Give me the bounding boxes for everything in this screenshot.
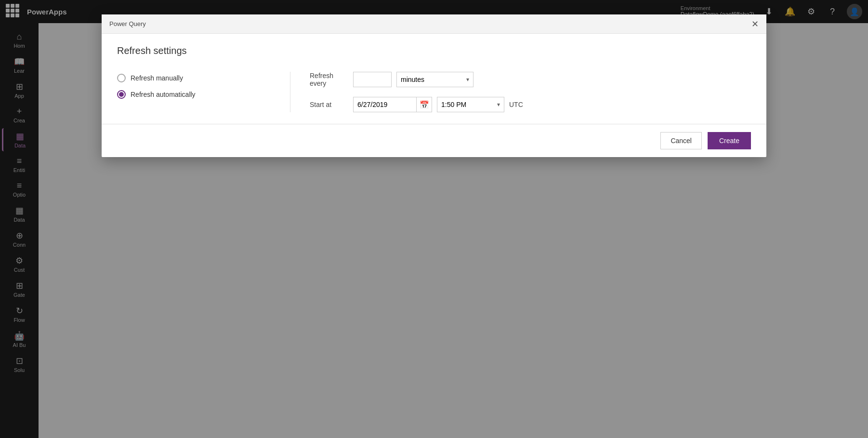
minutes-value: minutes xyxy=(401,76,424,83)
minutes-dropdown[interactable]: minutes ▾ xyxy=(396,72,473,87)
radio-refresh-automatically[interactable]: Refresh automatically xyxy=(117,90,275,99)
time-chevron-down-icon: ▾ xyxy=(497,101,500,108)
calendar-icon[interactable]: 📅 xyxy=(416,97,432,112)
left-panel: Refresh manually Refresh automatically xyxy=(117,72,290,112)
refresh-every-input[interactable] xyxy=(353,72,392,87)
refresh-every-row: Refresh every minutes ▾ xyxy=(310,72,751,87)
chevron-down-icon: ▾ xyxy=(466,76,469,83)
dialog-footer: Cancel Create xyxy=(102,124,766,157)
dialog-content: Refresh manually Refresh automatically R… xyxy=(117,72,751,112)
radio-refresh-manually[interactable]: Refresh manually xyxy=(117,74,275,82)
right-panel: Refresh every minutes ▾ Start at 📅 xyxy=(290,72,751,112)
time-value: 1:50 PM xyxy=(441,101,466,108)
radio-automatically-label: Refresh automatically xyxy=(131,91,196,98)
date-input-wrapper: 📅 xyxy=(353,97,432,112)
cancel-button[interactable]: Cancel xyxy=(660,132,702,149)
create-button[interactable]: Create xyxy=(708,132,751,149)
radio-manually-circle[interactable] xyxy=(117,74,126,82)
dialog-titlebar: Power Query ✕ xyxy=(102,14,766,34)
modal-overlay: Power Query ✕ Refresh settings Refresh m… xyxy=(0,0,868,438)
close-button[interactable]: ✕ xyxy=(751,20,759,28)
refresh-settings-dialog: Power Query ✕ Refresh settings Refresh m… xyxy=(102,14,766,157)
time-dropdown[interactable]: 1:50 PM ▾ xyxy=(437,97,504,112)
start-at-label: Start at xyxy=(310,101,348,108)
start-at-row: Start at 📅 1:50 PM ▾ UTC xyxy=(310,97,751,112)
radio-manually-label: Refresh manually xyxy=(131,74,183,82)
dialog-window-title: Power Query xyxy=(109,20,146,27)
dialog-body: Refresh settings Refresh manually Refres… xyxy=(102,34,766,124)
utc-label: UTC xyxy=(509,101,523,108)
refresh-every-label: Refresh every xyxy=(310,72,348,87)
dialog-heading: Refresh settings xyxy=(117,45,751,56)
radio-automatically-circle[interactable] xyxy=(117,90,126,99)
date-input[interactable] xyxy=(354,97,416,112)
